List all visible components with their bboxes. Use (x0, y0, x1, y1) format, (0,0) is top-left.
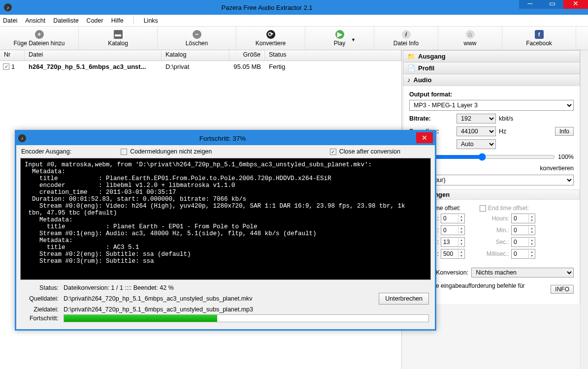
bitrate-label: Bitrate: (409, 115, 454, 122)
row-status: Fertig (265, 63, 285, 70)
convert-icon: ⟳ (266, 30, 275, 39)
delete-label: Löschen (186, 40, 208, 47)
file-info-label: Datei Info (393, 40, 419, 47)
info-button[interactable]: Info (555, 127, 574, 136)
folder-icon: 📁 (407, 53, 415, 60)
convert-track-label: konvertieren (540, 165, 574, 172)
channels-select[interactable]: Auto (457, 139, 496, 149)
section-ausgang[interactable]: 📁Ausgang (403, 50, 580, 62)
progress-label: Fortschritt: (22, 315, 59, 322)
right-scrollbar[interactable] (580, 50, 588, 369)
bitrate-select[interactable]: 192 (457, 114, 496, 123)
audio-label: Audio (414, 76, 432, 84)
col-catalog[interactable]: Katalog (162, 50, 229, 61)
console-output[interactable]: Input #0, matroska,webm, from 'D:\privat… (20, 158, 431, 280)
status-label: Status: (22, 284, 59, 291)
dialog-close-button[interactable]: ✕ (416, 132, 433, 143)
target-value: D:\privat\h264_720p_hp_5.1_6mbps_ac3_uns… (64, 306, 253, 313)
ffmpeg-info-button[interactable]: INFO (551, 285, 574, 294)
col-nr[interactable]: Nr (0, 50, 25, 61)
add-files-button[interactable]: +Füge Dateien hinzu (0, 27, 79, 50)
col-file[interactable]: Datei (25, 50, 162, 61)
cancel-button[interactable]: Unterbrechen (379, 293, 429, 305)
sampling-select[interactable]: 44100 (457, 126, 496, 136)
facebook-button[interactable]: fFacebook (502, 27, 576, 50)
close-button[interactable]: ✕ (563, 0, 588, 9)
progress-bar (64, 314, 429, 322)
profil-label: Profil (418, 64, 434, 72)
end-offset-checkbox[interactable] (480, 205, 486, 212)
file-row[interactable]: ✓1 h264_720p_hp_5.1_6mbps_ac3_unst... D:… (0, 61, 401, 72)
music-note-icon: ♪ (407, 76, 411, 84)
dialog-titlebar: ♪ Fortschritt: 37% ✕ (16, 131, 435, 145)
min-label: : (437, 227, 439, 234)
play-button[interactable]: ▶Play▼ (305, 27, 374, 50)
section-profil[interactable]: 📄Profil (403, 62, 580, 74)
close-after-checkbox[interactable]: ✓ (330, 149, 336, 155)
menu-hilfe[interactable]: Hilfe (111, 17, 124, 24)
hide-messages-checkbox[interactable] (121, 149, 127, 155)
menu-ansicht[interactable]: Ansicht (25, 17, 45, 24)
convert-label: Konvertiere (256, 40, 286, 47)
end-ms-spinner[interactable]: ▲▼ (511, 249, 535, 259)
hours-label: : (437, 215, 439, 222)
play-dropdown-icon[interactable]: ▼ (351, 37, 356, 42)
ms-label: : (437, 250, 439, 257)
toolbar: +Füge Dateien hinzu ▬Katalog −Löschen ⟳K… (0, 27, 588, 50)
menubar: Datei Ansicht Dateiliste Coder Hilfe Lin… (0, 15, 588, 27)
add-files-label: Füge Dateien hinzu (13, 40, 65, 47)
facebook-label: Facebook (526, 40, 552, 47)
start-sec-spinner[interactable]: ▲▼ (441, 237, 465, 247)
progress-dialog: ♪ Fortschritt: 37% ✕ Encoder Ausgang: Co… (15, 130, 436, 331)
menu-separator (133, 17, 134, 25)
end-hours-label: Hours: (492, 215, 509, 222)
delete-button[interactable]: −Löschen (158, 27, 236, 50)
sec-label: : (437, 239, 439, 246)
col-size[interactable]: Größe (229, 50, 265, 61)
end-offset-label: End time offset: (488, 205, 535, 212)
col-status[interactable]: Status (265, 50, 401, 61)
end-min-spinner[interactable]: ▲▼ (511, 225, 535, 235)
minimize-button[interactable]: ─ (519, 0, 541, 9)
row-catalog: D:\privat (162, 63, 229, 70)
start-hours-spinner[interactable]: ▲▼ (441, 214, 465, 223)
dialog-app-icon: ♪ (18, 134, 26, 142)
end-sec-spinner[interactable]: ▲▼ (511, 237, 535, 247)
end-min-label: Min.: (496, 227, 509, 234)
catalog-button[interactable]: ▬Katalog (79, 27, 158, 50)
facebook-icon: f (535, 30, 544, 39)
dialog-title: Fortschritt: 37% (29, 135, 416, 142)
column-headers: Nr Datei Katalog Größe Status (0, 50, 401, 61)
end-hours-spinner[interactable]: ▲▼ (511, 214, 535, 223)
row-filename: h264_720p_hp_5.1_6mbps_ac3_unst... (25, 63, 162, 70)
menu-links[interactable]: Links (144, 17, 158, 24)
output-format-select[interactable]: MP3 - MPEG-1 Layer 3 (409, 100, 574, 111)
row-checkbox[interactable]: ✓ (3, 63, 9, 70)
hide-messages-label: Codermeldungen nicht zeigen (130, 148, 212, 155)
section-audio[interactable]: ♪Audio (403, 74, 580, 86)
file-info-button[interactable]: iDatei Info (374, 27, 438, 50)
menu-datei[interactable]: Datei (3, 17, 17, 24)
info-icon: i (402, 30, 411, 39)
menu-coder[interactable]: Coder (87, 17, 103, 24)
app-icon: ♪ (4, 3, 12, 11)
play-icon: ▶ (335, 30, 344, 39)
convert-button[interactable]: ⟳Konvertiere (236, 27, 305, 50)
window-title: Pazera Free Audio Extractor 2.1 (15, 4, 519, 11)
start-min-spinner[interactable]: ▲▼ (441, 225, 465, 235)
source-label: Quelldatei: (22, 295, 59, 302)
start-ms-spinner[interactable]: ▲▼ (441, 249, 465, 259)
end-ms-label: Millisec.: (487, 250, 509, 257)
source-value: D:\privat\h264_720p_hp_5.1_6mbps_ac3_uns… (64, 295, 253, 302)
profile-icon: 📄 (407, 64, 415, 72)
window-titlebar: ♪ Pazera Free Audio Extractor 2.1 ─ ▭ ✕ (0, 0, 588, 15)
www-button[interactable]: ⌂www (438, 27, 502, 50)
target-label: Zieldatei: (22, 306, 59, 313)
ausgang-label: Ausgang (418, 53, 446, 60)
close-after-label: Close after conversion (339, 148, 400, 155)
menu-dateiliste[interactable]: Dateiliste (53, 17, 78, 24)
after-conversion-select[interactable]: Nichts machen (471, 268, 574, 277)
bitrate-unit: kbit/s (499, 115, 513, 122)
end-sec-label: Sec.: (496, 239, 509, 246)
maximize-button[interactable]: ▭ (541, 0, 563, 9)
